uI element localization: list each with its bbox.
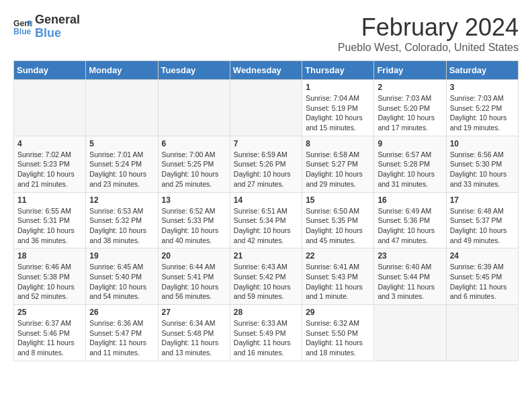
day-number: 24 [450, 251, 515, 261]
day-number: 3 [450, 83, 515, 92]
day-number: 26 [89, 308, 154, 317]
calendar-day-header: Wednesday [230, 61, 302, 80]
calendar-day-header: Saturday [446, 61, 518, 80]
day-info: Sunrise: 6:37 AM Sunset: 5:46 PM Dayligh… [17, 318, 82, 358]
calendar-cell: 4Sunrise: 7:02 AM Sunset: 5:23 PM Daylig… [14, 136, 86, 192]
day-info: Sunrise: 6:50 AM Sunset: 5:35 PM Dayligh… [306, 206, 370, 246]
calendar-week-row: 11Sunrise: 6:55 AM Sunset: 5:31 PM Dayli… [14, 192, 519, 248]
day-info: Sunrise: 7:00 AM Sunset: 5:25 PM Dayligh… [162, 150, 226, 189]
logo-icon: General Blue [13, 17, 32, 36]
calendar-week-row: 25Sunrise: 6:37 AM Sunset: 5:46 PM Dayli… [14, 305, 519, 361]
day-number: 16 [378, 195, 442, 205]
day-info: Sunrise: 7:03 AM Sunset: 5:20 PM Dayligh… [378, 93, 442, 133]
calendar-week-row: 18Sunrise: 6:46 AM Sunset: 5:38 PM Dayli… [14, 248, 519, 305]
calendar-cell: 3Sunrise: 7:03 AM Sunset: 5:22 PM Daylig… [446, 80, 518, 136]
calendar-cell: 1Sunrise: 7:04 AM Sunset: 5:19 PM Daylig… [302, 80, 374, 136]
day-number: 13 [162, 195, 226, 205]
calendar-day-header: Thursday [302, 61, 374, 80]
day-number: 23 [378, 251, 442, 261]
day-info: Sunrise: 6:40 AM Sunset: 5:44 PM Dayligh… [378, 262, 442, 302]
calendar-table: SundayMondayTuesdayWednesdayThursdayFrid… [13, 60, 519, 361]
calendar-cell: 28Sunrise: 6:33 AM Sunset: 5:49 PM Dayli… [230, 305, 302, 361]
day-info: Sunrise: 6:48 AM Sunset: 5:37 PM Dayligh… [450, 206, 515, 246]
calendar-cell: 15Sunrise: 6:50 AM Sunset: 5:35 PM Dayli… [302, 192, 374, 248]
calendar-cell [374, 305, 446, 361]
day-number: 12 [89, 195, 154, 205]
calendar-cell: 24Sunrise: 6:39 AM Sunset: 5:45 PM Dayli… [446, 248, 518, 305]
day-number: 29 [306, 308, 370, 317]
calendar-day-header: Friday [374, 61, 446, 80]
day-number: 2 [378, 83, 442, 92]
calendar-cell [14, 80, 86, 136]
calendar-cell [86, 80, 158, 136]
day-number: 28 [234, 308, 298, 317]
day-number: 7 [234, 139, 298, 148]
day-info: Sunrise: 7:04 AM Sunset: 5:19 PM Dayligh… [306, 93, 370, 133]
day-info: Sunrise: 6:52 AM Sunset: 5:33 PM Dayligh… [162, 206, 226, 246]
day-info: Sunrise: 7:01 AM Sunset: 5:24 PM Dayligh… [89, 150, 154, 189]
page-title: February 2024 [338, 13, 519, 42]
day-info: Sunrise: 6:51 AM Sunset: 5:34 PM Dayligh… [234, 206, 298, 246]
logo-text: General Blue [35, 13, 80, 40]
day-number: 4 [17, 139, 82, 148]
day-number: 6 [162, 139, 226, 148]
calendar-cell: 8Sunrise: 6:58 AM Sunset: 5:27 PM Daylig… [302, 136, 374, 192]
day-info: Sunrise: 6:46 AM Sunset: 5:38 PM Dayligh… [17, 262, 82, 302]
calendar-cell: 5Sunrise: 7:01 AM Sunset: 5:24 PM Daylig… [86, 136, 158, 192]
calendar-cell: 7Sunrise: 6:59 AM Sunset: 5:26 PM Daylig… [230, 136, 302, 192]
day-number: 10 [450, 139, 515, 148]
calendar-cell: 26Sunrise: 6:36 AM Sunset: 5:47 PM Dayli… [86, 305, 158, 361]
calendar-cell: 17Sunrise: 6:48 AM Sunset: 5:37 PM Dayli… [446, 192, 518, 248]
calendar-cell: 20Sunrise: 6:44 AM Sunset: 5:41 PM Dayli… [158, 248, 230, 305]
calendar-cell: 22Sunrise: 6:41 AM Sunset: 5:43 PM Dayli… [302, 248, 374, 305]
calendar-cell [446, 305, 518, 361]
day-info: Sunrise: 6:55 AM Sunset: 5:31 PM Dayligh… [17, 206, 82, 246]
calendar-week-row: 4Sunrise: 7:02 AM Sunset: 5:23 PM Daylig… [14, 136, 519, 192]
day-info: Sunrise: 6:53 AM Sunset: 5:32 PM Dayligh… [89, 206, 154, 246]
day-number: 27 [162, 308, 226, 317]
day-number: 18 [17, 251, 82, 261]
calendar-cell: 27Sunrise: 6:34 AM Sunset: 5:48 PM Dayli… [158, 305, 230, 361]
day-number: 11 [17, 195, 82, 205]
day-number: 19 [89, 251, 154, 261]
calendar-cell: 14Sunrise: 6:51 AM Sunset: 5:34 PM Dayli… [230, 192, 302, 248]
day-info: Sunrise: 6:41 AM Sunset: 5:43 PM Dayligh… [306, 262, 370, 302]
calendar-cell: 21Sunrise: 6:43 AM Sunset: 5:42 PM Dayli… [230, 248, 302, 305]
day-info: Sunrise: 6:39 AM Sunset: 5:45 PM Dayligh… [450, 262, 515, 302]
day-info: Sunrise: 6:45 AM Sunset: 5:40 PM Dayligh… [89, 262, 154, 302]
logo: General Blue General Blue [13, 13, 80, 40]
svg-text:Blue: Blue [13, 27, 32, 36]
day-number: 22 [306, 251, 370, 261]
day-number: 20 [162, 251, 226, 261]
day-info: Sunrise: 6:57 AM Sunset: 5:28 PM Dayligh… [378, 150, 442, 189]
day-info: Sunrise: 6:44 AM Sunset: 5:41 PM Dayligh… [162, 262, 226, 302]
day-number: 1 [306, 83, 370, 92]
day-info: Sunrise: 6:58 AM Sunset: 5:27 PM Dayligh… [306, 150, 370, 189]
calendar-header-row: SundayMondayTuesdayWednesdayThursdayFrid… [14, 61, 519, 80]
calendar-week-row: 1Sunrise: 7:04 AM Sunset: 5:19 PM Daylig… [14, 80, 519, 136]
calendar-cell: 11Sunrise: 6:55 AM Sunset: 5:31 PM Dayli… [14, 192, 86, 248]
day-info: Sunrise: 6:36 AM Sunset: 5:47 PM Dayligh… [89, 318, 154, 358]
day-info: Sunrise: 6:34 AM Sunset: 5:48 PM Dayligh… [162, 318, 226, 358]
calendar-cell: 18Sunrise: 6:46 AM Sunset: 5:38 PM Dayli… [14, 248, 86, 305]
day-number: 25 [17, 308, 82, 317]
day-number: 9 [378, 139, 442, 148]
calendar-day-header: Sunday [14, 61, 86, 80]
calendar-cell: 13Sunrise: 6:52 AM Sunset: 5:33 PM Dayli… [158, 192, 230, 248]
page-subtitle: Pueblo West, Colorado, United States [338, 42, 519, 54]
calendar-cell [230, 80, 302, 136]
calendar-day-header: Tuesday [158, 61, 230, 80]
day-number: 14 [234, 195, 298, 205]
calendar-cell: 25Sunrise: 6:37 AM Sunset: 5:46 PM Dayli… [14, 305, 86, 361]
calendar-cell: 23Sunrise: 6:40 AM Sunset: 5:44 PM Dayli… [374, 248, 446, 305]
calendar-cell: 9Sunrise: 6:57 AM Sunset: 5:28 PM Daylig… [374, 136, 446, 192]
calendar-day-header: Monday [86, 61, 158, 80]
header: General Blue General Blue February 2024 … [13, 13, 519, 54]
day-number: 5 [89, 139, 154, 148]
calendar-cell: 2Sunrise: 7:03 AM Sunset: 5:20 PM Daylig… [374, 80, 446, 136]
calendar-cell [158, 80, 230, 136]
day-number: 21 [234, 251, 298, 261]
title-area: February 2024 Pueblo West, Colorado, Uni… [338, 13, 519, 54]
day-info: Sunrise: 6:33 AM Sunset: 5:49 PM Dayligh… [234, 318, 298, 358]
calendar-cell: 6Sunrise: 7:00 AM Sunset: 5:25 PM Daylig… [158, 136, 230, 192]
